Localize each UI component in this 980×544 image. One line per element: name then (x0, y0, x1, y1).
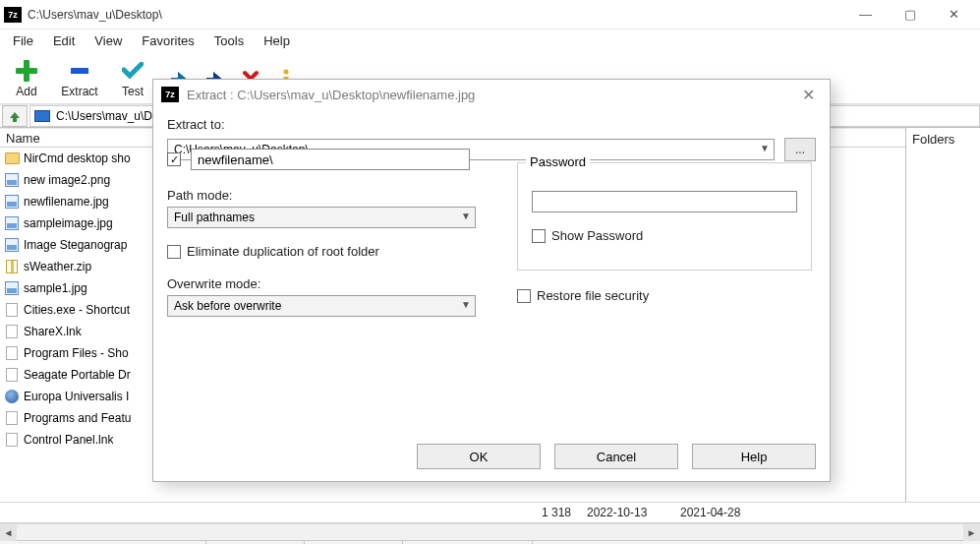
ok-button[interactable]: OK (417, 444, 541, 469)
dialog-title: Extract : C:\Users\mav_u\Desktop\newfile… (187, 88, 794, 102)
column-header-folders[interactable]: Folders (912, 130, 974, 149)
path-mode-value: Full pathnames (174, 211, 255, 224)
password-input[interactable] (532, 191, 797, 212)
folder-icon (4, 151, 20, 166)
img-icon (4, 237, 20, 253)
window-maximize-button[interactable]: ▢ (888, 1, 932, 29)
detail-date1: 2022-10-13 (579, 506, 672, 519)
file-icon (4, 410, 20, 426)
file-name: NirCmd desktop sho (24, 151, 131, 165)
detail-size: 1 318 (525, 506, 579, 519)
file-icon (4, 345, 20, 361)
monitor-icon (34, 110, 50, 122)
detail-date2: 2021-04-28 (672, 506, 766, 519)
file-icon (4, 432, 20, 448)
svg-point-1 (284, 69, 289, 74)
file-name: Image Steganograp (24, 238, 127, 252)
file-name: Europa Universalis I (24, 390, 129, 403)
menu-favorites[interactable]: Favorites (133, 31, 202, 50)
overwrite-mode-select[interactable]: Ask before overwrite ▼ (167, 295, 476, 317)
minus-icon (67, 58, 92, 84)
toolbar-add-label: Add (16, 85, 36, 98)
window-minimize-button[interactable]: — (843, 1, 888, 29)
toolbar-extract-button[interactable]: Extract (59, 58, 100, 98)
file-name: Program Files - Sho (24, 346, 129, 360)
dialog-close-button[interactable]: ✕ (794, 83, 822, 106)
chevron-down-icon: ▼ (461, 299, 471, 310)
cancel-button[interactable]: Cancel (554, 444, 678, 469)
file-name: Programs and Featu (24, 411, 131, 425)
extract-to-label: Extract to: (167, 117, 816, 132)
menubar: File Edit View Favorites Tools Help (0, 30, 980, 51)
toolbar-test-button[interactable]: Test (112, 58, 153, 98)
overwrite-mode-label: Overwrite mode: (167, 276, 491, 291)
file-name: Cities.exe - Shortcut (24, 303, 130, 317)
img-icon (4, 194, 20, 210)
window-title: C:\Users\mav_u\Desktop\ (28, 8, 843, 22)
file-name: newfilename.jpg (24, 195, 109, 209)
file-name: new image2.png (24, 173, 110, 187)
img-icon (4, 280, 20, 296)
menu-edit[interactable]: Edit (44, 31, 84, 50)
file-name: ShareX.lnk (24, 325, 82, 338)
detail-strip: 1 318 2022-10-13 2021-04-28 (0, 502, 980, 523)
show-password-label: Show Password (551, 228, 643, 243)
file-icon (4, 302, 20, 318)
restore-security-label: Restore file security (537, 288, 649, 303)
menu-help[interactable]: Help (255, 31, 299, 50)
img-icon (4, 215, 20, 231)
folders-pane: Folders (906, 128, 980, 502)
dialog-app-icon: 7z (161, 87, 179, 102)
scroll-left-icon[interactable]: ◄ (0, 524, 17, 541)
file-name: sample1.jpg (24, 281, 87, 295)
extract-dialog: 7z Extract : C:\Users\mav_u\Desktop\newf… (152, 79, 831, 482)
img-icon (4, 172, 20, 188)
file-name: sWeather.zip (24, 260, 91, 273)
svg-rect-0 (71, 68, 88, 74)
dialog-titlebar: 7z Extract : C:\Users\mav_u\Desktop\newf… (153, 80, 830, 109)
password-group: Password Show Password (517, 162, 812, 271)
eliminate-duplication-label: Eliminate duplication of root folder (187, 244, 379, 259)
file-icon (4, 324, 20, 339)
chevron-down-icon: ▼ (760, 143, 770, 153)
browse-button[interactable]: ... (784, 138, 816, 161)
path-mode-select[interactable]: Full pathnames ▼ (167, 207, 476, 228)
file-name: sampleimage.jpg (24, 216, 113, 230)
app-icon: 7z (4, 7, 22, 23)
toolbar-test-label: Test (122, 85, 144, 98)
show-password-checkbox[interactable] (532, 229, 546, 243)
horizontal-scrollbar[interactable]: ◄ ► (0, 523, 980, 540)
subfolder-checkbox[interactable] (167, 152, 181, 166)
path-mode-label: Path mode: (167, 188, 491, 203)
scroll-right-icon[interactable]: ► (963, 524, 980, 541)
menu-view[interactable]: View (86, 31, 131, 50)
file-name: Seagate Portable Dr (24, 368, 131, 382)
help-button[interactable]: Help (692, 444, 816, 469)
plus-icon (14, 58, 39, 84)
overwrite-mode-value: Ask before overwrite (174, 299, 281, 313)
globe-icon (4, 389, 20, 404)
eliminate-duplication-checkbox[interactable] (167, 245, 181, 259)
toolbar-extract-label: Extract (61, 85, 97, 98)
up-button[interactable] (2, 105, 28, 127)
chevron-down-icon: ▼ (461, 211, 471, 221)
file-name: Control Panel.lnk (24, 433, 113, 447)
statusbar: / 16 object(s) selected 3 274 115 3 274 … (0, 540, 980, 544)
window-close-button[interactable]: ✕ (932, 1, 976, 29)
subfolder-input[interactable] (191, 149, 470, 170)
password-label: Password (526, 154, 590, 169)
menu-file[interactable]: File (4, 31, 42, 50)
restore-security-checkbox[interactable] (517, 289, 531, 303)
zip-icon (4, 259, 20, 274)
toolbar-add-button[interactable]: Add (6, 58, 47, 98)
file-icon (4, 367, 20, 383)
window-titlebar: 7z C:\Users\mav_u\Desktop\ — ▢ ✕ (0, 0, 980, 30)
menu-tools[interactable]: Tools (205, 31, 253, 50)
check-icon (120, 58, 145, 84)
